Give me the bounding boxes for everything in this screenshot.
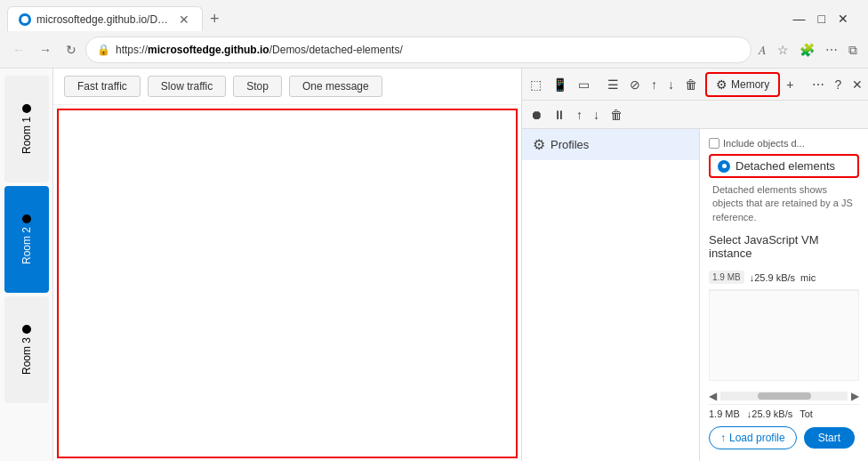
back-button[interactable]: ← [7,39,30,61]
vm-speed: ↓25.9 kB/s [750,272,795,283]
detached-elements-label: Detached elements [735,159,835,173]
include-objects-label: Include objects d... [723,138,805,149]
footer-actions: ↑ Load profile Start [709,423,859,453]
devtools-content: ⚙ Profiles Include objects d... Detached… [522,129,868,461]
url-display: https://microsoftedge.github.io/Demos/de… [116,44,740,56]
devtools-source-button[interactable]: ↑ [647,74,662,95]
devtools-add-button[interactable]: + [782,74,798,95]
devtools-sub-button-3[interactable]: ↑ [572,104,587,125]
room-2-item[interactable]: Room 2 [4,186,49,293]
address-input[interactable]: 🔒 https://microsoftedge.github.io/Demos/… [85,36,751,63]
devtools-panel: ⬚ 📱 ▭ ☰ ⊘ ↑ ↓ 🗑 ⚙ Memory + ⋯ ? ✕ ⏺ ⏸ ↑ ↓ [521,69,868,461]
devtools-sub-toolbar: ⏺ ⏸ ↑ ↓ 🗑 [522,101,868,129]
stop-button[interactable]: Stop [233,76,282,97]
scroll-right-button[interactable]: ▶ [851,390,859,402]
devtools-sub-button-2[interactable]: ⏸ [549,104,570,125]
slow-traffic-button[interactable]: Slow traffic [148,76,226,97]
page-main-content [57,109,518,458]
load-profile-label: Load profile [729,432,785,444]
vm-list-area [709,290,859,381]
devtools-sub-button-4[interactable]: ↓ [589,104,604,125]
active-tab[interactable]: microsoftedge.github.io/Demos/d ✕ [7,6,203,31]
room-3-label: Room 3 [20,337,33,375]
room-1-label: Room 1 [20,117,33,154]
refresh-button[interactable]: ↻ [60,39,82,61]
tab-close-button[interactable]: ✕ [177,12,191,28]
memory-tab-button[interactable]: ⚙ Memory [705,72,780,97]
profiles-label: Profiles [551,138,589,151]
detached-radio [718,160,730,173]
select-vm-title: Select JavaScript VM instance [709,233,859,260]
room-1-item[interactable]: Room 1 [4,76,49,182]
memory-tab-label: Memory [731,78,769,91]
devtools-screencast-button[interactable]: ▭ [574,74,594,95]
devtools-toolbar: ⬚ 📱 ▭ ☰ ⊘ ↑ ↓ 🗑 ⚙ Memory + ⋯ ? ✕ [522,69,868,101]
one-message-button[interactable]: One message [289,76,382,97]
main-content: Room 1 Room 2 Room 3 Fast traffic Slow t… [0,69,868,461]
devtools-console-button[interactable]: ⊘ [625,74,645,95]
read-aloud-button[interactable]: 𝐴 [755,41,770,60]
vm-name: mic [800,272,816,283]
room-2-dot [22,214,31,223]
profiles-icon: ⚙ [533,136,545,153]
minimize-button[interactable]: — [788,8,811,29]
extensions-button[interactable]: 🧩 [796,41,818,59]
right-panel: Include objects d... Detached elements D… [700,129,868,461]
footer-total: Tot [800,408,813,419]
devtools-network-button[interactable]: ↓ [663,74,679,95]
tab-title: microsoftedge.github.io/Demos/d [36,13,172,26]
scroll-left-button[interactable]: ◀ [709,390,717,402]
devtools-device-button[interactable]: 📱 [548,74,572,95]
room-3-item[interactable]: Room 3 [4,296,49,403]
vm-instance-row[interactable]: 1.9 MB ↓25.9 kB/s mic [709,267,859,290]
browser-chrome: microsoftedge.github.io/Demos/d ✕ + — □ … [0,0,868,69]
devtools-help-button[interactable]: ? [831,74,847,95]
room-3-dot [22,325,31,334]
devtools-record-button[interactable]: ⏺ [526,104,547,125]
lock-icon: 🔒 [97,44,110,56]
address-actions: 𝐴 ☆ 🧩 ⋯ ⧉ [755,41,861,60]
memory-icon: ⚙ [716,77,727,92]
footer-speed: ↓25.9 kB/s [747,408,792,419]
devtools-inspect-button[interactable]: ⬚ [526,74,546,95]
include-objects-row: Include objects d... [709,138,859,149]
page-area: Fast traffic Slow traffic Stop One messa… [53,69,521,461]
devtools-elements-button[interactable]: ☰ [603,74,623,95]
detached-elements-option[interactable]: Detached elements [709,154,859,178]
footer-stats: 1.9 MB ↓25.9 kB/s Tot [709,404,859,423]
fast-traffic-button[interactable]: Fast traffic [64,76,141,97]
tab-favicon [19,13,31,26]
sidebar-button[interactable]: ⧉ [845,41,861,60]
room-1-dot [22,104,31,113]
devtools-more-button[interactable]: ⋯ [808,74,829,95]
maximize-button[interactable]: □ [813,8,831,29]
start-button[interactable]: Start [804,427,855,449]
page-toolbar: Fast traffic Slow traffic Stop One messa… [53,69,521,105]
new-tab-button[interactable]: + [206,10,223,28]
devtools-trash-button[interactable]: 🗑 [680,74,702,95]
scrollbar-track[interactable] [720,392,848,400]
include-objects-checkbox[interactable] [709,138,719,149]
load-profile-icon: ↑ [720,432,726,444]
footer-memory: 1.9 MB [709,408,740,419]
profiles-item[interactable]: ⚙ Profiles [522,129,699,160]
profiles-sidebar: ⚙ Profiles [522,129,700,461]
devtools-sub-trash-button[interactable]: 🗑 [606,104,627,125]
scrollbar-thumb[interactable] [758,392,811,400]
scrollbar-row: ◀ ▶ [709,388,859,404]
forward-button[interactable]: → [34,39,57,61]
vm-memory-badge: 1.9 MB [709,271,744,284]
load-profile-button[interactable]: ↑ Load profile [709,426,797,449]
close-button[interactable]: ✕ [832,8,854,29]
favorites-button[interactable]: ☆ [774,41,792,59]
window-controls: — □ ✕ [781,8,861,29]
address-bar: ← → ↻ 🔒 https://microsoftedge.github.io/… [0,32,868,68]
rooms-sidebar: Room 1 Room 2 Room 3 [0,69,53,461]
devtools-close-button[interactable]: ✕ [848,74,867,95]
tab-bar: microsoftedge.github.io/Demos/d ✕ + — □ … [0,0,868,32]
detached-elements-desc: Detached elements shows objects that are… [709,183,859,224]
svg-point-0 [21,16,28,23]
radio-inner [722,164,727,168]
settings-more-button[interactable]: ⋯ [822,41,841,59]
room-2-label: Room 2 [20,227,33,264]
